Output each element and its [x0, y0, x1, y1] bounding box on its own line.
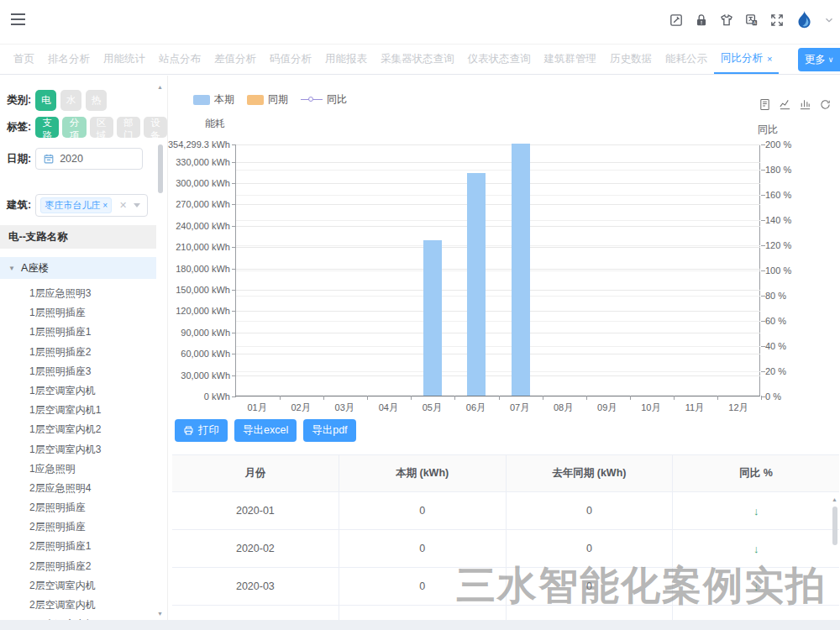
y2-axis-labels: 0 %20 %40 %60 %80 %100 %120 %140 %160 %1… — [765, 144, 824, 396]
lock-icon[interactable] — [694, 13, 709, 28]
legend-swatch — [193, 95, 210, 105]
tab-站点分布[interactable]: 站点分布 — [152, 45, 207, 74]
tree-item[interactable]: 1层照明插座3 — [0, 362, 156, 381]
bar-chart-icon[interactable] — [799, 98, 811, 111]
tab-用能报表[interactable]: 用能报表 — [318, 45, 374, 74]
building-tag: 枣庄市台儿庄 × — [40, 197, 112, 213]
tree-item[interactable]: 2层照明插座2 — [0, 557, 156, 576]
tree-item[interactable]: 2层照明插座1 — [0, 537, 156, 556]
tree-item[interactable]: 1层应急照明3 — [0, 284, 156, 303]
date-label: 日期: — [7, 152, 31, 166]
legend-item-同期[interactable]: 同期 — [247, 92, 288, 107]
date-input[interactable]: 2020 — [35, 148, 143, 170]
gridline — [236, 371, 760, 372]
axis-tick — [232, 311, 236, 312]
chevron-down-icon[interactable] — [823, 14, 835, 26]
hamburger-menu-icon[interactable] — [11, 13, 25, 29]
tab-采集器状态查询[interactable]: 采集器状态查询 — [374, 45, 461, 74]
category-button-热[interactable]: 热 — [86, 90, 107, 111]
tree-item[interactable]: 2层空调室内机 — [0, 576, 156, 596]
y2-tick-label: 100 % — [765, 265, 791, 276]
fullscreen-icon[interactable] — [769, 13, 785, 28]
tab-用能统计[interactable]: 用能统计 — [97, 45, 152, 74]
x-tick-label: 08月 — [542, 402, 585, 414]
chart-legend: 本期同期同比 — [193, 92, 347, 107]
tree-item[interactable]: 1层照明插座 — [0, 303, 156, 323]
tab-label: 码值分析 — [270, 52, 312, 66]
tree-item[interactable]: 1应急照明 — [0, 459, 156, 479]
y2-tick-label: 180 % — [765, 165, 791, 175]
sidebar-scrollbar[interactable] — [158, 144, 163, 193]
scroll-up-icon[interactable]: ▲ — [157, 84, 163, 90]
restore-icon[interactable] — [819, 98, 832, 111]
tree-item[interactable]: 2层空调室内机 — [0, 596, 156, 615]
tab-差值分析[interactable]: 差值分析 — [207, 45, 263, 74]
building-select[interactable]: 枣庄市台儿庄 × ✕ — [35, 194, 148, 217]
bottom-bar — [0, 620, 840, 630]
category-button-水[interactable]: 水 — [60, 90, 81, 111]
gridline — [236, 170, 760, 171]
tree-item[interactable]: 2层应急照明4 — [0, 479, 156, 498]
y2-tick-label: 20 % — [765, 366, 786, 376]
scroll-up-icon[interactable]: ▲ — [832, 496, 837, 502]
select-caret-icon[interactable] — [134, 203, 140, 207]
tree-item[interactable]: 1层空调室内机1 — [0, 401, 156, 420]
brand-logo[interactable] — [795, 10, 813, 30]
tab-历史数据[interactable]: 历史数据 — [603, 45, 659, 74]
tag-button-区域[interactable]: 区域 — [90, 117, 113, 138]
y-tick-label: 300,000 kWh — [168, 178, 230, 188]
table-scrollbar[interactable] — [832, 507, 837, 545]
print-button[interactable]: 打印 — [175, 419, 228, 442]
line-chart-icon[interactable] — [779, 98, 791, 111]
tab-label: 站点分布 — [159, 52, 201, 66]
tree-node-root[interactable]: ▼ A座楼 — [0, 257, 156, 279]
tab-建筑群管理[interactable]: 建筑群管理 — [538, 45, 604, 74]
y-tick-label: 0 kWh — [168, 391, 230, 402]
tab-能耗公示[interactable]: 能耗公示 — [659, 45, 714, 74]
tab-label: 建筑群管理 — [544, 52, 597, 66]
data-view-icon[interactable] — [759, 98, 771, 111]
tree-item[interactable]: 1层照明插座1 — [0, 323, 156, 342]
legend-item-同比[interactable]: 同比 — [301, 92, 347, 107]
tab-排名分析[interactable]: 排名分析 — [41, 45, 97, 74]
axis-tick — [232, 204, 236, 205]
more-button[interactable]: 更多 ∨ — [798, 48, 840, 71]
tree-item[interactable]: 1层空调室内机3 — [0, 440, 156, 459]
table-cell: 0 — [506, 492, 673, 529]
tab-码值分析[interactable]: 码值分析 — [263, 45, 318, 74]
tag-button-设备[interactable]: 设备 — [144, 117, 167, 138]
tree-item[interactable]: 2层照明插座 — [0, 517, 156, 537]
tab-close-icon[interactable]: × — [767, 54, 772, 64]
tree-item[interactable]: 1层照明插座2 — [0, 343, 156, 362]
right-axis-title: 同比 — [758, 123, 778, 137]
calendar-icon — [43, 153, 55, 165]
export-pdf-button[interactable]: 导出pdf — [303, 419, 355, 442]
tab-label: 首页 — [13, 52, 34, 66]
axis-tick — [232, 333, 236, 333]
tab-仪表状态查询[interactable]: 仪表状态查询 — [461, 45, 538, 74]
tree-item[interactable]: 2层照明插座 — [0, 498, 156, 517]
export-excel-button[interactable]: 导出excel — [234, 419, 297, 442]
axis-tick — [232, 375, 236, 376]
gridline — [236, 375, 760, 376]
scroll-down-icon[interactable]: ▼ — [157, 611, 163, 617]
theme-icon[interactable] — [719, 13, 734, 28]
select-clear-icon[interactable]: ✕ — [119, 200, 127, 211]
tag-close-icon[interactable]: × — [102, 201, 108, 210]
tab-首页[interactable]: 首页 — [7, 45, 41, 74]
tag-button-支路[interactable]: 支路 — [35, 117, 59, 138]
tag-button-分项[interactable]: 分项 — [62, 117, 86, 138]
edit-icon[interactable] — [669, 13, 684, 28]
legend-item-本期[interactable]: 本期 — [193, 92, 234, 107]
language-icon[interactable]: A — [744, 13, 759, 28]
export-pdf-label: 导出pdf — [312, 423, 347, 438]
category-button-电[interactable]: 电 — [35, 90, 56, 111]
tree-item[interactable]: 1层空调室内机2 — [0, 420, 156, 439]
table-cell: 0 — [339, 492, 506, 529]
watermark: 三水智能化案例实拍 — [456, 559, 827, 612]
tag-button-部门[interactable]: 部门 — [117, 117, 140, 138]
tree-item[interactable]: 1层空调室内机 — [0, 381, 156, 401]
y-tick-label: 90,000 kWh — [168, 328, 230, 338]
tab-同比分析[interactable]: 同比分析× — [714, 45, 779, 74]
tree-expand-icon[interactable]: ▼ — [8, 265, 15, 272]
